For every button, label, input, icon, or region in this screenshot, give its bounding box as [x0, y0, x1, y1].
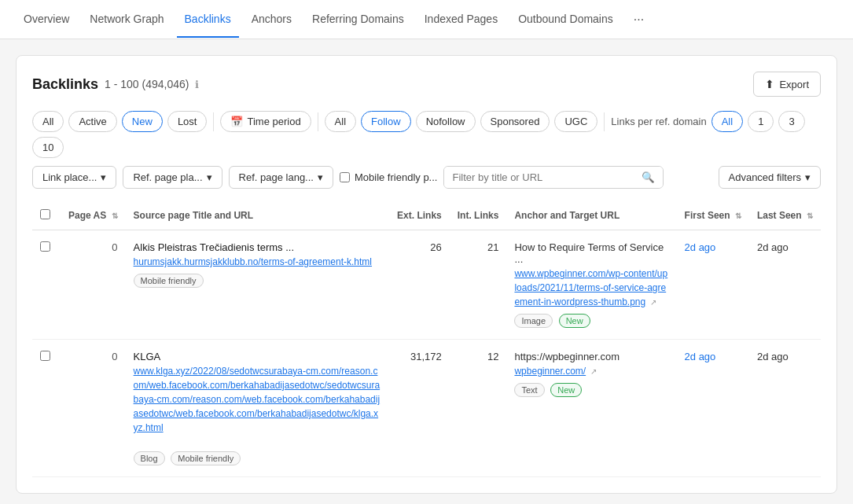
search-button[interactable]: 🔍: [634, 167, 663, 188]
filter-lpr-all[interactable]: All: [711, 111, 743, 132]
filter-all-2[interactable]: All: [325, 111, 356, 132]
select-all-checkbox[interactable]: [40, 209, 50, 219]
link-place-dropdown[interactable]: Link place... ▾: [32, 166, 116, 189]
link-place-label: Link place...: [42, 171, 97, 183]
col-first-seen[interactable]: First Seen ⇅: [677, 201, 749, 230]
filter-lpr-1[interactable]: 1: [748, 111, 774, 132]
filter-sponsored[interactable]: Sponsored: [480, 111, 550, 132]
filter-lpr-3[interactable]: 3: [778, 111, 804, 132]
filter-row-2: Link place... ▾ Ref. page pla... ▾ Ref. …: [32, 166, 821, 189]
link-place-chevron: ▾: [101, 171, 106, 183]
main-content: Backlinks 1 - 100 (494,046) ℹ ⬆ Export A…: [0, 39, 853, 504]
filter-row-1: All Active New Lost 📅 Time period All Fo…: [32, 111, 821, 158]
row1-check-cell: [32, 230, 61, 340]
filter-ugc[interactable]: UGC: [554, 111, 597, 132]
top-nav: Overview Network Graph Backlinks Anchors…: [0, 0, 853, 39]
row2-first-seen: 2d ago: [677, 340, 749, 477]
links-per-ref-label: Links per ref. domain: [611, 116, 706, 127]
filter-divider-1: [213, 112, 214, 131]
info-icon[interactable]: ℹ: [195, 79, 199, 90]
time-period-label: Time period: [247, 116, 300, 127]
row2-anchor-external-icon: ↗: [590, 367, 597, 376]
row1-page-as: 0: [61, 230, 126, 340]
row1-first-seen-value: 2d ago: [685, 241, 716, 253]
row2-source: KLGA www.klga.xyz/2022/08/sedotwcsurabay…: [126, 340, 389, 477]
filter-divider-2: [318, 112, 318, 131]
filter-nofollow[interactable]: Nofollow: [416, 111, 476, 132]
ref-page-pla-chevron: ▾: [207, 171, 212, 183]
filter-follow[interactable]: Follow: [361, 111, 411, 132]
mobile-friendly-checkbox-wrap[interactable]: Mobile friendly p...: [340, 171, 438, 183]
row1-last-seen: 2d ago: [749, 230, 821, 340]
col-int-label: Int. Links: [458, 210, 499, 221]
row2-badge-blog: Blog: [134, 451, 165, 465]
nav-overview[interactable]: Overview: [16, 2, 77, 38]
backlinks-card: Backlinks 1 - 100 (494,046) ℹ ⬆ Export A…: [16, 55, 837, 494]
row1-first-seen: 2d ago: [677, 230, 749, 340]
row2-int-links: 12: [450, 340, 507, 477]
search-wrap: 🔍: [443, 166, 664, 189]
row2-check-cell: [32, 340, 61, 477]
ref-page-pla-dropdown[interactable]: Ref. page pla... ▾: [123, 166, 222, 189]
ref-page-lang-chevron: ▾: [318, 171, 323, 183]
search-input[interactable]: [444, 167, 634, 188]
backlinks-table-wrap: Page AS ⇅ Source page Title and URL Ext.…: [32, 201, 821, 477]
row1-anchor-url[interactable]: www.wpbeginner.com/wp-content/uploads/20…: [514, 268, 667, 307]
row1-source-title: Alkis Pleistras Trečiadienis terms ...: [134, 241, 381, 253]
col-int-links: Int. Links: [450, 201, 507, 230]
sort-first-seen-icon: ⇅: [735, 212, 741, 220]
advanced-filters-button[interactable]: Advanced filters ▾: [719, 166, 822, 189]
row1-anchor: How to Require Terms of Service ... www.…: [506, 230, 676, 340]
mobile-friendly-checkbox[interactable]: [340, 172, 350, 182]
row1-badge-image: Image: [514, 314, 553, 328]
col-first-seen-label: First Seen: [685, 210, 730, 221]
nav-backlinks[interactable]: Backlinks: [177, 2, 239, 38]
col-page-as[interactable]: Page AS ⇅: [61, 201, 126, 230]
filter-divider-3: [604, 112, 605, 131]
row1-anchor-title: How to Require Terms of Service ...: [514, 241, 668, 265]
calendar-icon: 📅: [230, 116, 243, 127]
sort-page-as-icon: ⇅: [112, 212, 118, 220]
row2-anchor-url[interactable]: wpbeginner.com/: [514, 366, 586, 377]
filter-all-1[interactable]: All: [32, 111, 64, 132]
row2-badge-new: New: [550, 383, 582, 397]
nav-indexed-pages[interactable]: Indexed Pages: [417, 2, 506, 38]
nav-outbound-domains[interactable]: Outbound Domains: [510, 2, 621, 38]
row2-last-seen: 2d ago: [749, 340, 821, 477]
row2-anchor-title: https://wpbeginner.com: [514, 351, 668, 362]
export-icon: ⬆: [765, 78, 774, 90]
row2-checkbox[interactable]: [40, 351, 50, 361]
card-header: Backlinks 1 - 100 (494,046) ℹ ⬆ Export: [32, 72, 821, 97]
row2-ext-links: 31,172: [389, 340, 450, 477]
backlinks-table: Page AS ⇅ Source page Title and URL Ext.…: [32, 201, 821, 477]
nav-anchors[interactable]: Anchors: [244, 2, 300, 38]
export-button[interactable]: ⬆ Export: [753, 72, 821, 97]
filter-active[interactable]: Active: [68, 111, 116, 132]
filter-lost[interactable]: Lost: [167, 111, 208, 132]
nav-network-graph[interactable]: Network Graph: [82, 2, 171, 38]
row2-first-seen-value: 2d ago: [685, 351, 716, 362]
card-title-area: Backlinks 1 - 100 (494,046) ℹ: [32, 76, 199, 93]
row1-checkbox[interactable]: [40, 241, 50, 252]
col-anchor: Anchor and Target URL: [506, 201, 676, 230]
row1-source-url[interactable]: hurumsjakk.hurmsjakklubb.no/terms-of-agr…: [134, 255, 381, 269]
row2-page-as: 0: [61, 340, 126, 477]
col-last-seen[interactable]: Last Seen ⇅: [749, 201, 821, 230]
time-period-button[interactable]: 📅 Time period: [220, 111, 311, 132]
nav-referring-domains[interactable]: Referring Domains: [304, 2, 412, 38]
filter-new[interactable]: New: [122, 111, 163, 132]
row2-source-title: KLGA: [134, 351, 381, 362]
row2-badge-mobile: Mobile friendly: [171, 451, 241, 465]
table-body: 0 Alkis Pleistras Trečiadienis terms ...…: [32, 230, 821, 477]
row2-source-url[interactable]: www.klga.xyz/2022/08/sedotwcsurabaya-cm.…: [134, 364, 381, 435]
filter-lpr-10[interactable]: 10: [32, 137, 64, 158]
card-title: Backlinks: [32, 76, 98, 93]
advanced-filters-label: Advanced filters: [729, 171, 802, 183]
row1-int-links: 21: [450, 230, 507, 340]
table-row: 0 KLGA www.klga.xyz/2022/08/sedotwcsurab…: [32, 340, 821, 477]
ref-page-lang-dropdown[interactable]: Ref. page lang... ▾: [229, 166, 333, 189]
row1-ext-links: 26: [389, 230, 450, 340]
ref-page-pla-label: Ref. page pla...: [133, 171, 202, 183]
nav-more-button[interactable]: ···: [626, 2, 652, 38]
col-ext-label: Ext. Links: [397, 210, 442, 221]
